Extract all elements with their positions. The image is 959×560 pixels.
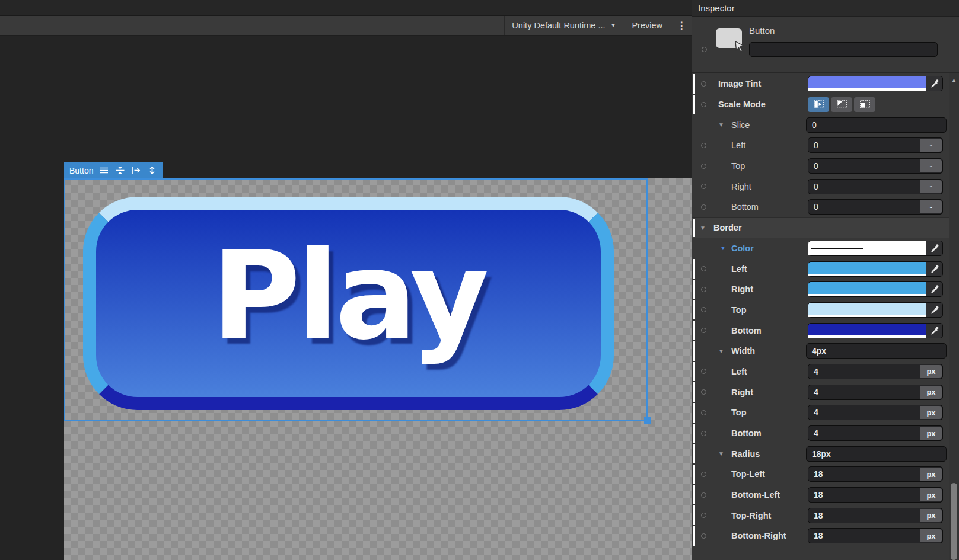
binding-indicator[interactable] bbox=[701, 389, 706, 395]
binding-indicator[interactable] bbox=[701, 266, 706, 271]
border-color-top-swatch[interactable] bbox=[808, 302, 926, 318]
border-width-right-field[interactable]: 4 px bbox=[808, 385, 943, 400]
unit-dropdown[interactable]: px bbox=[920, 509, 942, 522]
field-label: Bottom-Right bbox=[731, 531, 786, 540]
binding-indicator[interactable] bbox=[701, 328, 706, 333]
binding-indicator[interactable] bbox=[701, 287, 706, 292]
binding-indicator[interactable] bbox=[701, 533, 706, 539]
eyedropper-icon[interactable] bbox=[926, 241, 943, 256]
binding-indicator[interactable] bbox=[701, 369, 706, 374]
border-width-bottom-field[interactable]: 4 px bbox=[808, 425, 943, 441]
slice-left-field[interactable]: 0 - bbox=[808, 137, 943, 153]
play-button-label: Play bbox=[211, 235, 485, 372]
image-tint-swatch[interactable] bbox=[808, 76, 926, 91]
eyedropper-icon[interactable] bbox=[926, 76, 943, 91]
unit-dropdown[interactable]: - bbox=[920, 139, 942, 152]
border-width-left-field[interactable]: 4 px bbox=[808, 364, 943, 379]
binding-indicator[interactable] bbox=[701, 492, 706, 498]
runtime-theme-dropdown[interactable]: Unity Default Runtime ... ▼ bbox=[505, 16, 623, 35]
binding-indicator[interactable] bbox=[701, 307, 706, 312]
border-color-right-swatch[interactable] bbox=[808, 281, 926, 297]
binding-indicator[interactable] bbox=[701, 410, 706, 415]
border-width-field[interactable]: 4px bbox=[806, 343, 947, 359]
preview-button[interactable]: Preview bbox=[623, 16, 671, 35]
binding-indicator[interactable] bbox=[701, 143, 706, 148]
foldout-triangle-icon[interactable]: ▼ bbox=[718, 348, 724, 354]
slice-right-field[interactable]: 0 - bbox=[808, 179, 943, 194]
border-radius-field[interactable]: 18px bbox=[806, 446, 947, 462]
binding-indicator[interactable] bbox=[701, 164, 706, 169]
unit-dropdown[interactable]: px bbox=[920, 406, 942, 419]
binding-indicator[interactable] bbox=[701, 431, 706, 436]
align-vertical-center-icon[interactable] bbox=[115, 165, 125, 175]
canvas-element-header[interactable]: Button bbox=[64, 162, 163, 178]
scale-mode-scale-and-crop-button[interactable] bbox=[831, 97, 852, 112]
element-name-input[interactable] bbox=[749, 42, 938, 57]
radius-top-right-field[interactable]: 18 px bbox=[808, 508, 943, 523]
unit-dropdown[interactable]: px bbox=[920, 386, 942, 399]
unit-dropdown[interactable]: px bbox=[920, 488, 942, 501]
eyedropper-icon[interactable] bbox=[926, 281, 943, 297]
unit-dropdown[interactable]: - bbox=[920, 180, 942, 193]
field-label: Right bbox=[731, 182, 751, 191]
binding-indicator[interactable] bbox=[701, 513, 706, 518]
unit-dropdown[interactable]: px bbox=[920, 427, 942, 440]
unit-dropdown[interactable]: px bbox=[920, 529, 942, 542]
binding-indicator[interactable] bbox=[701, 184, 706, 189]
radius-top-left-field[interactable]: 18 px bbox=[808, 466, 943, 482]
slice-label: Slice bbox=[731, 120, 750, 130]
field-label: Bottom bbox=[731, 326, 762, 335]
unit-dropdown[interactable]: - bbox=[920, 159, 942, 172]
field-label: Left bbox=[731, 140, 745, 150]
unit-dropdown[interactable]: - bbox=[920, 200, 942, 213]
play-button[interactable]: Play bbox=[83, 197, 614, 410]
slice-field[interactable]: 0 bbox=[806, 117, 947, 133]
binding-indicator[interactable] bbox=[702, 47, 707, 52]
unit-dropdown[interactable]: px bbox=[920, 468, 942, 481]
row-border-radius-header: ▼ Radius 18px bbox=[692, 443, 950, 464]
stretch-horizontal-icon[interactable] bbox=[131, 165, 141, 175]
binding-indicator[interactable] bbox=[701, 81, 706, 87]
row-border-color-bottom: Bottom bbox=[692, 320, 950, 341]
foldout-triangle-icon[interactable]: ▼ bbox=[700, 225, 706, 231]
scale-mode-stretch-to-fill-button[interactable] bbox=[808, 97, 829, 112]
border-color-swatch[interactable] bbox=[808, 241, 926, 256]
binding-indicator[interactable] bbox=[701, 204, 706, 210]
row-scale-mode: Scale Mode bbox=[692, 94, 950, 115]
binding-indicator[interactable] bbox=[701, 102, 706, 107]
overflow-menu-icon[interactable]: ⋮ bbox=[671, 16, 692, 35]
row-border-color-left: Left bbox=[692, 258, 950, 279]
foldout-triangle-icon[interactable]: ▼ bbox=[718, 450, 724, 457]
canvas-element-name: Button bbox=[69, 166, 93, 175]
eyedropper-icon[interactable] bbox=[926, 261, 943, 277]
inspector-tab[interactable]: Inspector bbox=[692, 0, 959, 17]
row-border-width-bottom: Bottom 4 px bbox=[692, 423, 950, 444]
border-width-top-field[interactable]: 4 px bbox=[808, 405, 943, 420]
row-slice-left: Left 0 - bbox=[692, 135, 950, 156]
radius-bottom-left-field[interactable]: 18 px bbox=[808, 487, 943, 503]
foldout-triangle-icon[interactable]: ▼ bbox=[720, 245, 726, 251]
chevron-down-icon: ▼ bbox=[611, 23, 616, 28]
stretch-vertical-icon[interactable] bbox=[147, 165, 157, 175]
eyedropper-icon[interactable] bbox=[926, 302, 943, 318]
foldout-triangle-icon[interactable]: ▼ bbox=[718, 121, 724, 128]
binding-indicator[interactable] bbox=[701, 472, 706, 477]
row-slice-top: Top 0 - bbox=[692, 156, 950, 177]
inspector-panel: Inspector Button Image Tint Scale bbox=[692, 0, 959, 560]
slice-top-field[interactable]: 0 - bbox=[808, 158, 943, 174]
inspector-scrollbar[interactable]: ▲ bbox=[949, 73, 959, 560]
border-color-left-swatch[interactable] bbox=[808, 261, 926, 277]
border-color-bottom-swatch[interactable] bbox=[808, 323, 926, 338]
unit-dropdown[interactable]: px bbox=[920, 365, 942, 378]
border-width-label: Width bbox=[731, 346, 755, 356]
slice-bottom-field[interactable]: 0 - bbox=[808, 199, 943, 215]
scale-mode-scale-to-fit-button[interactable] bbox=[854, 97, 875, 112]
radius-bottom-right-field[interactable]: 18 px bbox=[808, 528, 943, 543]
scroll-up-arrow-icon[interactable]: ▲ bbox=[949, 75, 959, 85]
resize-handle[interactable] bbox=[644, 417, 651, 424]
scrollbar-thumb[interactable] bbox=[951, 483, 957, 560]
eyedropper-icon[interactable] bbox=[926, 323, 943, 338]
row-slice-header: ▼ Slice 0 bbox=[692, 114, 950, 135]
align-lines-icon[interactable] bbox=[99, 165, 109, 175]
row-border-header[interactable]: ▼ Border bbox=[692, 217, 950, 238]
